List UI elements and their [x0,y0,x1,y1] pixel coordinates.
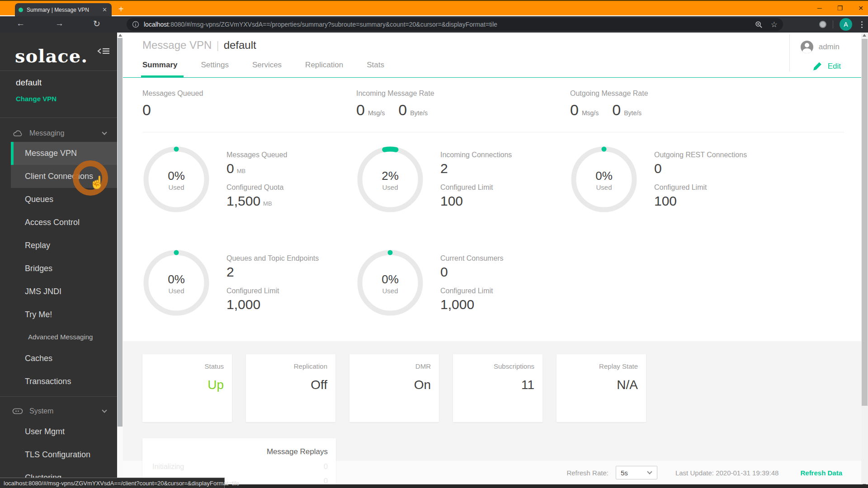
rate-metrics: Messages Queued 0 Incoming Message Rate … [142,89,784,119]
card-dmr: DMROn [349,354,439,422]
sidebar-scrollbar[interactable] [117,33,123,488]
favicon-icon [19,8,23,12]
tab-close-icon[interactable]: ✕ [101,6,108,13]
reload-button[interactable]: ↻ [93,19,100,29]
tab-summary[interactable]: Summary [142,61,177,70]
browser-profile-avatar[interactable]: A [840,18,852,31]
browser-tab[interactable]: Summary | Message VPN ✕ [15,3,112,16]
divider [123,77,861,78]
chevron-down-icon [102,130,107,135]
page-title: Message VPN|default [142,39,256,52]
bookmark-star-icon[interactable]: ☆ [771,20,778,29]
gauge-outgoing-rest-connections: 0%Used Outgoing REST Connections 0 Confi… [570,145,784,216]
refresh-rate-label: Refresh Rate: [566,469,609,477]
divider [0,396,117,397]
current-vpn-name: default [16,78,42,88]
edit-button[interactable]: Edit [812,61,841,71]
change-vpn-link[interactable]: Change VPN [16,95,57,103]
scroll-up-arrow[interactable] [118,34,122,37]
user-menu[interactable]: admin [801,41,840,53]
sidebar-item-advanced-messaging[interactable]: Advanced Messaging [0,326,117,347]
sidebar-section-system[interactable]: System [0,403,117,419]
hand-cursor-icon: ☝ [90,175,105,190]
solace-logo: solace. [15,45,88,66]
gauge-incoming-connections: 2%Used Incoming Connections 2 Configured… [356,145,570,216]
tab-stats[interactable]: Stats [367,61,384,70]
cloud-icon [12,129,23,137]
divider [789,34,790,71]
status-cards: StatusUp ReplicationOff DMROn Subscripti… [142,354,646,422]
sidebar-section-messaging[interactable]: Messaging [0,125,117,141]
sidebar-item-replay[interactable]: Replay [0,234,117,257]
link-status-tooltip: localhost:8080/#/msg-vpns/ZGVmYXVsdA==/c… [0,478,225,488]
gauge-current-consumers: 0%Used Current Consumers 0 Configured Li… [356,249,570,319]
close-button[interactable]: ✕ [858,5,863,12]
sidebar-item-user-mgmt[interactable]: User Mgmt [0,420,117,443]
new-tab-button[interactable]: + [118,5,124,14]
toolbar-divider [833,20,833,28]
metric-incoming-rate: Incoming Message Rate 0Msg/s 0Byte/s [356,89,570,119]
extension-icon[interactable] [819,21,826,28]
divider [142,132,844,132]
divider [0,70,117,71]
usage-gauges: 0%Used Messages Queued 0MB Configured Qu… [142,145,784,319]
tab-replication[interactable]: Replication [305,61,343,70]
page-tabs: Summary Settings Services Replication St… [142,61,384,70]
donut-chart: 0%Used [142,145,210,213]
restore-button[interactable]: ❐ [837,5,843,12]
forward-button[interactable]: → [55,19,64,28]
sidebar: solace. default Change VPN Messaging Mes… [0,33,117,488]
sidebar-item-try-me[interactable]: Try Me! [0,303,117,326]
last-update-text: Last Update: 2020-01-31 19:39:48 [675,469,779,477]
chevron-down-icon [102,408,107,413]
sidebar-item-tls-configuration[interactable]: TLS Configuration [0,443,117,466]
sidebar-item-access-control[interactable]: Access Control [0,211,117,234]
menu-dots-icon[interactable] [859,21,865,28]
card-status: StatusUp [142,354,232,422]
browser-window: Summary | Message VPN ✕ + ─ ❐ ✕ ← → ↻ lo… [0,0,868,488]
card-subscriptions: Subscriptions11 [453,354,542,422]
sidebar-item-bridges[interactable]: Bridges [0,257,117,280]
donut-chart: 0%Used [142,249,210,317]
browser-tab-strip: Summary | Message VPN ✕ + ─ ❐ ✕ [0,0,868,15]
card-replay-state: Replay StateN/A [557,354,646,422]
tab-settings[interactable]: Settings [201,61,228,70]
gauge-messages-queued: 0%Used Messages Queued 0MB Configured Qu… [142,145,356,216]
message-replays-title: Message Replays [142,438,336,456]
donut-chart: 0%Used [570,145,638,213]
back-button[interactable]: ← [16,19,25,28]
metric-outgoing-rate: Outgoing Message Rate 0Msg/s 0Byte/s [570,89,784,119]
page-scrollbar[interactable] [861,33,868,488]
donut-chart: 2%Used [356,145,424,213]
chevron-down-icon [647,469,652,474]
gauge-queues-topic-endpoints: 0%Used Queues and Topic Endpoints 2 Conf… [142,249,356,319]
card-replication: ReplicationOff [246,354,335,422]
metric-messages-queued: Messages Queued 0 [142,89,356,119]
address-bar[interactable]: localhost:8080/#/msg-vpns/ZGVmYXVsdA==/p… [127,18,783,31]
url-text[interactable]: localhost:8080/#/msg-vpns/ZGVmYXVsdA==/p… [144,21,497,28]
divider [0,117,117,118]
scroll-up-arrow[interactable] [863,34,866,37]
replay-row: Initializing0 [142,463,336,471]
browser-toolbar: ← → ↻ localhost:8080/#/msg-vpns/ZGVmYXVs… [0,16,868,33]
main-content: Message VPN|default admin Summary Settin… [123,33,861,488]
click-ripple-indicator: ☝ [73,160,108,196]
scrollbar-thumb[interactable] [118,38,123,427]
refresh-data-button[interactable]: Refresh Data [800,469,842,477]
scrollbar-thumb[interactable] [862,39,868,406]
pencil-icon [812,61,822,71]
sidebar-item-caches[interactable]: Caches [0,347,117,370]
sidebar-item-transactions[interactable]: Transactions [0,370,117,393]
minimize-button[interactable]: ─ [817,5,822,12]
sidebar-item-jms-jndi[interactable]: JMS JNDI [0,280,117,303]
user-avatar-icon [801,41,813,53]
system-icon [12,408,23,415]
donut-chart: 0%Used [356,249,424,317]
site-info-icon[interactable] [132,21,139,28]
tab-title: Summary | Message VPN [27,7,98,13]
zoom-icon[interactable] [755,21,763,28]
tab-services[interactable]: Services [252,61,282,70]
collapse-sidebar-icon[interactable] [97,46,110,58]
sidebar-item-message-vpn[interactable]: Message VPN [11,142,117,165]
refresh-rate-select[interactable]: 5s [616,466,657,479]
